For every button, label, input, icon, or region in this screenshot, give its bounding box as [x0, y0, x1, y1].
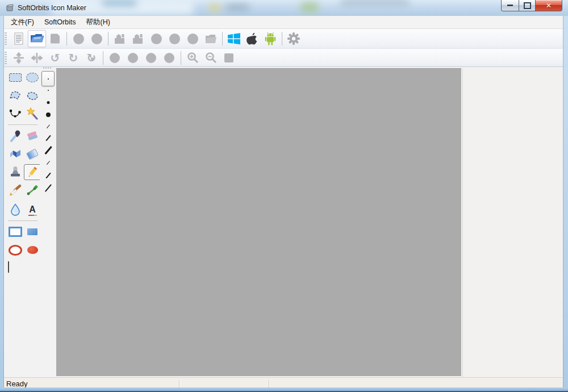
status-separator [179, 380, 179, 387]
zoom-in-button[interactable] [183, 49, 202, 66]
action-button-3[interactable] [147, 30, 165, 47]
flip-horizontal-button[interactable] [28, 49, 46, 66]
pencil-tool[interactable] [24, 164, 41, 180]
folder-gray-button[interactable] [202, 30, 220, 47]
toolbar-main [3, 29, 563, 49]
save-button[interactable] [46, 30, 64, 47]
glass-blur-blob [341, 0, 409, 5]
size-dot-2px[interactable] [48, 90, 49, 91]
palette-separator [8, 124, 37, 125]
line-width-2[interactable] [45, 135, 51, 141]
line-width-4[interactable] [46, 161, 49, 165]
drawing-canvas[interactable] [56, 68, 461, 376]
new-button[interactable] [10, 30, 28, 47]
rectangle-outline-tool[interactable] [7, 224, 24, 240]
blur-drop-tool[interactable] [7, 202, 24, 218]
rotate-cw-button[interactable] [64, 49, 82, 66]
size-dot-4px[interactable] [47, 101, 49, 104]
magic-wand-tool[interactable] [24, 106, 41, 122]
stamp-tool[interactable] [7, 164, 24, 180]
ellipse-outline-tool[interactable] [7, 242, 24, 258]
rectangular-select-tool[interactable] [7, 69, 24, 85]
brush-tool[interactable] [7, 182, 24, 198]
open-button[interactable] [28, 30, 46, 47]
bezier-select-tool[interactable] [7, 106, 24, 122]
glass-blur-blob [102, 0, 136, 6]
ellipse-outline-icon [9, 245, 22, 256]
apple-format-button[interactable] [243, 30, 261, 47]
save-icon [49, 33, 61, 44]
toolbar-gripper[interactable] [5, 52, 7, 64]
action-button-9[interactable] [160, 49, 178, 66]
line-icon[interactable] [8, 261, 9, 273]
flip-vertical-icon [13, 52, 24, 64]
toolbar-separator [108, 32, 108, 45]
disabled-circle-icon [110, 53, 120, 63]
titlebar[interactable]: SoftOrbits Icon Maker [0, 0, 568, 16]
disabled-circle-icon [128, 53, 138, 63]
rotate-ccw-button[interactable] [46, 49, 64, 66]
export-button-1[interactable] [111, 30, 129, 47]
eyedropper-tool[interactable] [7, 128, 24, 144]
folder-gray-icon [204, 34, 217, 44]
fill-tool[interactable] [7, 146, 24, 162]
polygon-lasso-tool[interactable] [7, 87, 24, 103]
android-format-button[interactable] [261, 30, 279, 47]
tool-palette: A [3, 67, 40, 377]
rotate-180-icon [87, 52, 97, 64]
action-button-4[interactable] [165, 30, 183, 47]
minimize-button[interactable] [501, 0, 519, 11]
glass-blur-blob [210, 5, 219, 11]
line-width-6[interactable] [45, 184, 52, 192]
rectangle-filled-tool[interactable] [24, 224, 41, 240]
action-button-5[interactable] [183, 30, 202, 47]
settings-button[interactable] [285, 30, 303, 47]
action-button-8[interactable] [142, 49, 160, 66]
client-area: 文件(F) SoftOrbits 帮助(H) [3, 16, 563, 387]
export-button-2[interactable] [129, 30, 147, 47]
water-drop-icon [10, 203, 21, 216]
elliptical-select-tool[interactable] [24, 69, 41, 85]
rotate-cw-icon [69, 52, 78, 64]
flip-vertical-button[interactable] [10, 49, 28, 66]
toolbar-gripper[interactable] [5, 32, 7, 45]
action-button-7[interactable] [124, 49, 142, 66]
stamp-icon [9, 166, 22, 178]
gradient-fill-tool[interactable] [24, 146, 41, 162]
ellipse-filled-tool[interactable] [24, 242, 41, 258]
disabled-circle-icon [146, 53, 156, 63]
zoom-out-button[interactable] [202, 49, 220, 66]
action-button-1[interactable] [69, 30, 87, 47]
action-button-6[interactable] [106, 49, 124, 66]
maximize-icon [524, 2, 531, 9]
windows-format-button[interactable] [225, 30, 243, 47]
toolbar-transform [3, 49, 563, 67]
zoom-out-icon [205, 52, 217, 64]
strip-gripper[interactable] [43, 67, 52, 69]
disabled-circle-icon [169, 34, 180, 44]
polygon-lasso-icon [9, 90, 22, 101]
rotate-180-button[interactable] [82, 49, 101, 66]
line-width-3[interactable] [44, 146, 52, 155]
freehand-lasso-tool[interactable] [24, 87, 41, 103]
new-document-icon [13, 32, 24, 45]
menu-help[interactable]: 帮助(H) [81, 16, 115, 29]
actual-size-button[interactable] [220, 49, 238, 66]
brush-size-selected-button[interactable] [41, 71, 55, 86]
curve-line-tool[interactable] [24, 182, 41, 198]
export-icon [114, 33, 126, 45]
menu-file[interactable]: 文件(F) [6, 16, 39, 29]
status-text: Ready [3, 380, 28, 388]
window-border-right [563, 16, 568, 387]
line-width-5[interactable] [45, 173, 51, 178]
text-tool[interactable]: A [24, 202, 41, 218]
magic-wand-icon [26, 107, 39, 120]
close-button[interactable] [536, 0, 562, 11]
size-dot-7px[interactable] [46, 112, 51, 117]
toolbar-separator [282, 32, 282, 45]
eraser-tool[interactable] [24, 128, 41, 144]
line-width-1[interactable] [46, 124, 49, 128]
action-button-2[interactable] [87, 30, 106, 47]
maximize-button[interactable] [519, 0, 536, 11]
menu-softorbits[interactable]: SoftOrbits [39, 16, 81, 28]
